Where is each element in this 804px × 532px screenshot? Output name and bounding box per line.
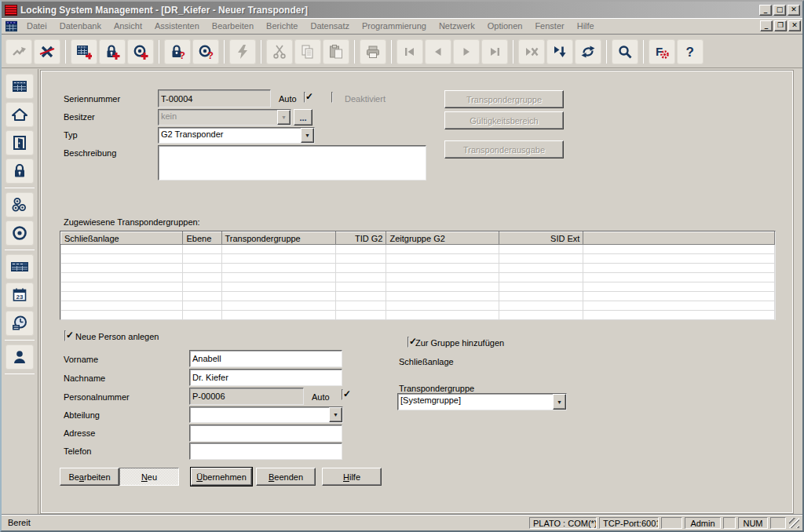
app-window: Locking System Management - [DR_Kiefer -…: [0, 0, 804, 532]
matrix-icon[interactable]: [5, 74, 34, 99]
beschreibung-field[interactable]: [158, 145, 426, 180]
neue-person-checkbox[interactable]: [64, 330, 66, 341]
refresh-icon[interactable]: [575, 39, 601, 64]
deaktiviert-checkbox[interactable]: [331, 92, 333, 103]
table-row: [61, 301, 775, 311]
col-ebene[interactable]: Ebene: [183, 232, 221, 245]
transpondergruppe-combo[interactable]: [Systemgruppe] ▼: [397, 393, 567, 410]
cancel-search-icon[interactable]: [518, 39, 545, 64]
cut-icon[interactable]: [266, 39, 293, 64]
matrix-wide-icon[interactable]: [5, 254, 34, 279]
zur-gruppe-checkbox[interactable]: [407, 337, 409, 348]
col-zeitgruppe-g2[interactable]: Zeitgruppe G2: [386, 232, 499, 245]
col-transpondergruppe[interactable]: Transpondergruppe: [221, 232, 335, 245]
chevron-down-icon[interactable]: ▼: [329, 407, 342, 422]
home-icon[interactable]: [5, 102, 34, 127]
menu-berichte[interactable]: Berichte: [260, 20, 304, 32]
personalnummer-field[interactable]: [189, 388, 304, 405]
menu-datenbank[interactable]: Datenbank: [53, 20, 108, 32]
time-plan-icon[interactable]: [5, 311, 34, 336]
nachname-field[interactable]: [189, 369, 342, 386]
last-record-icon[interactable]: [481, 39, 508, 64]
close-icon[interactable]: ✕: [788, 5, 800, 16]
new-transponder-icon[interactable]: [127, 39, 154, 64]
goto-record-icon[interactable]: [546, 39, 573, 64]
uebernehmen-button[interactable]: Übernehmen: [191, 468, 252, 486]
prev-record-icon[interactable]: [425, 39, 451, 64]
menu-datensatz[interactable]: Datensatz: [304, 20, 356, 32]
toolbar: ? ?: [2, 35, 802, 68]
mdi-minimize-icon[interactable]: _: [760, 20, 773, 31]
transponder-group-icon[interactable]: [5, 192, 34, 217]
besitzer-browse-button[interactable]: ...: [294, 109, 312, 126]
sidebar-separator: [5, 373, 35, 374]
auto-checkbox[interactable]: [304, 92, 305, 103]
mdi-restore-icon[interactable]: ❐: [774, 20, 787, 31]
door-icon[interactable]: [5, 130, 34, 155]
transpondergruppe-button[interactable]: Transpondergruppe: [444, 90, 564, 108]
transponderausgabe-button[interactable]: Transponderausgabe: [444, 140, 564, 159]
maximize-icon[interactable]: □: [773, 5, 786, 16]
toolbar-separator: [391, 40, 392, 64]
chevron-down-icon[interactable]: ▼: [301, 128, 314, 143]
seriennummer-field[interactable]: [158, 89, 271, 107]
telefon-label: Telefon: [64, 446, 91, 456]
transpondergruppen-table[interactable]: Schließanlage Ebene Transpondergruppe TI…: [60, 231, 776, 320]
toolbar-separator: [513, 40, 513, 64]
hilfe-button[interactable]: Hilfe: [322, 468, 382, 486]
read-lock-icon[interactable]: ?: [164, 39, 191, 64]
program-flash-icon[interactable]: [229, 39, 256, 64]
svg-text:23: 23: [16, 293, 24, 301]
menu-optionen[interactable]: Optionen: [481, 20, 529, 32]
sync-arrow-icon[interactable]: [5, 39, 32, 64]
chevron-down-icon[interactable]: ▼: [553, 394, 566, 410]
menu-ansicht[interactable]: Ansicht: [108, 20, 148, 32]
menu-datei[interactable]: Datei: [20, 20, 53, 32]
menu-programmierung[interactable]: Programmierung: [356, 20, 433, 32]
beenden-button[interactable]: Beenden: [256, 468, 316, 486]
typ-value: G2 Transponder: [159, 128, 301, 143]
print-icon[interactable]: [360, 39, 386, 64]
telefon-field[interactable]: [189, 443, 342, 460]
help-icon[interactable]: ?: [677, 39, 704, 64]
mdi-child-icon[interactable]: [5, 20, 18, 32]
menu-bearbeiten[interactable]: Bearbeiten: [206, 20, 260, 32]
new-lock-icon[interactable]: [99, 39, 126, 64]
read-transponder-icon[interactable]: ?: [192, 39, 219, 64]
first-record-icon[interactable]: [397, 39, 423, 64]
col-sid-ext[interactable]: SID Ext: [499, 232, 583, 245]
menu-netzwerk[interactable]: Netzwerk: [433, 20, 481, 32]
table-header-row: Schließanlage Ebene Transpondergruppe TI…: [61, 232, 775, 245]
col-tid-g2[interactable]: TID G2: [335, 232, 386, 245]
lock-icon[interactable]: [5, 159, 34, 184]
adresse-field[interactable]: [189, 425, 342, 442]
functions-gear-icon[interactable]: F: [649, 39, 675, 64]
next-record-icon[interactable]: [453, 39, 480, 64]
minimize-icon[interactable]: _: [759, 5, 772, 16]
person-icon[interactable]: [5, 344, 34, 370]
mdi-close-icon[interactable]: ✕: [788, 20, 801, 31]
resize-grip[interactable]: [789, 518, 799, 528]
col-schliessanlage[interactable]: Schließanlage: [61, 232, 183, 245]
calendar-icon[interactable]: 23: [5, 282, 34, 308]
disconnect-icon[interactable]: [34, 39, 60, 64]
abteilung-combo[interactable]: ▼: [189, 406, 343, 423]
col-empty[interactable]: [583, 232, 775, 245]
search-icon[interactable]: [612, 39, 638, 64]
paste-icon[interactable]: [323, 39, 349, 64]
typ-combo[interactable]: G2 Transponder ▼: [158, 127, 315, 144]
bearbeiten-button[interactable]: Bearbeiten: [60, 468, 119, 486]
personalnummer-auto-checkbox[interactable]: [342, 389, 343, 400]
menu-fenster[interactable]: Fenster: [528, 20, 570, 32]
menu-assistenten[interactable]: Assistenten: [148, 20, 206, 32]
transponder-icon[interactable]: [5, 220, 34, 246]
menu-hilfe[interactable]: Hilfe: [571, 20, 601, 32]
beschreibung-label: Beschreibung: [64, 148, 116, 158]
new-locking-system-icon[interactable]: [71, 39, 97, 64]
gueltigkeitsbereich-button[interactable]: Gültigkeitsbereich: [444, 111, 564, 129]
besitzer-combo[interactable]: kein ▼: [158, 109, 291, 126]
chevron-down-icon[interactable]: ▼: [277, 110, 291, 125]
vorname-field[interactable]: [189, 350, 342, 367]
neu-button[interactable]: Neu: [119, 468, 179, 486]
copy-icon[interactable]: [294, 39, 321, 64]
